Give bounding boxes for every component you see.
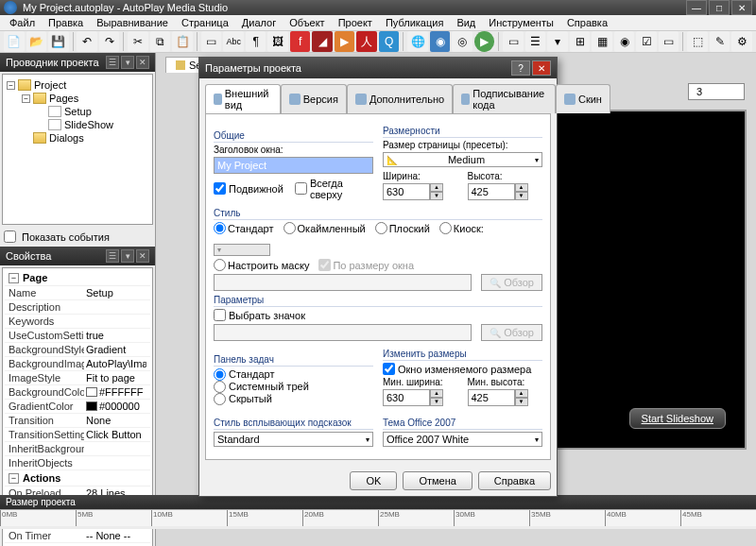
prop-row[interactable]: GradientColor#000000 — [5, 400, 150, 414]
project-tree[interactable]: −Project −Pages Setup SlideShow Dialogs — [2, 74, 153, 225]
prop-row[interactable]: Description — [5, 300, 150, 315]
paragraph-icon[interactable]: ¶ — [246, 31, 266, 52]
paste-icon[interactable]: 📋 — [172, 31, 193, 52]
menu-edit[interactable]: Правка — [43, 15, 89, 30]
minimize-button[interactable]: — — [686, 0, 707, 15]
hotspot-icon[interactable]: ◎ — [452, 31, 472, 52]
edit-icon[interactable]: ✎ — [710, 31, 730, 52]
tree-icon[interactable]: ⊞ — [570, 31, 591, 52]
taskbar-hidden-radio[interactable]: Скрытый — [214, 393, 373, 405]
tooltip-style-select[interactable]: Standard — [214, 432, 373, 447]
props-pin-icon[interactable]: ▾ — [121, 249, 134, 263]
prop-row[interactable]: TransitionNone — [5, 414, 150, 428]
tab-appearance[interactable]: Внешний вид — [205, 84, 281, 113]
close-button[interactable]: ✕ — [731, 0, 752, 15]
video-icon[interactable]: ▶ — [335, 31, 355, 52]
progress-icon[interactable]: ▭ — [659, 31, 679, 52]
properties-icon[interactable]: ⚙ — [731, 31, 752, 52]
tree-page-setup[interactable]: Setup — [7, 105, 148, 118]
menu-file[interactable]: Файл — [4, 15, 41, 30]
quicktime-icon[interactable]: Q — [379, 31, 400, 52]
taskbar-tray-radio[interactable]: Системный трей — [214, 381, 373, 393]
dialog-help-icon[interactable]: ? — [511, 60, 530, 76]
open-icon[interactable]: 📂 — [26, 31, 47, 52]
dialog-titlebar[interactable]: Параметры проекта ? ✕ — [199, 58, 557, 78]
pdf-icon[interactable]: 人 — [356, 31, 377, 52]
tab-codesigning[interactable]: Подписывание кода — [453, 84, 556, 113]
tree-page-slideshow[interactable]: SlideShow — [7, 118, 148, 131]
theme-select[interactable]: Office 2007 White — [383, 432, 542, 447]
menu-project[interactable]: Проект — [333, 15, 378, 30]
dialog-close-icon[interactable]: ✕ — [532, 60, 551, 76]
style-mask-radio[interactable]: Настроить маску — [214, 259, 309, 271]
panel-menu-icon[interactable]: ☰ — [106, 56, 119, 69]
style-flat-radio[interactable]: Плоский — [375, 222, 430, 234]
panel-pin-icon[interactable]: ▾ — [121, 56, 134, 69]
choose-icon-checkbox[interactable]: Выбрать значок — [214, 309, 542, 321]
select-icon[interactable]: ⬚ — [687, 31, 708, 52]
start-slideshow-button[interactable]: Start Slideshow — [629, 408, 726, 429]
input-icon[interactable]: ▭ — [503, 31, 524, 52]
cut-icon[interactable]: ✂ — [128, 31, 148, 52]
listbox-icon[interactable]: ☰ — [525, 31, 546, 52]
action-row[interactable]: On Timer-- None -- — [5, 529, 150, 543]
checkbox-icon[interactable]: ☑ — [636, 31, 657, 52]
prop-row[interactable]: BackgroundImageAutoPlay\Image — [5, 357, 150, 371]
combobox-icon[interactable]: ▾ — [547, 31, 568, 52]
plugin-icon[interactable]: ◉ — [430, 31, 451, 52]
movable-checkbox[interactable]: Подвижной — [214, 178, 284, 200]
run-icon[interactable]: ▶ — [474, 31, 495, 52]
panel-close-icon[interactable]: ✕ — [136, 56, 149, 69]
menu-publish[interactable]: Публикация — [380, 15, 449, 30]
menu-tools[interactable]: Инструменты — [483, 15, 559, 30]
tab-skin[interactable]: Скин — [556, 84, 610, 113]
menu-dialog[interactable]: Диалог — [236, 15, 282, 30]
props-menu-icon[interactable]: ☰ — [106, 249, 119, 263]
prop-row[interactable]: InheritBackgroun — [5, 442, 150, 456]
minwidth-stepper[interactable]: ▲▼ — [383, 389, 458, 406]
menu-help[interactable]: Справка — [561, 15, 613, 30]
save-icon[interactable]: 💾 — [48, 31, 69, 52]
prop-row[interactable]: BackgroundStyleGradient — [5, 343, 150, 357]
resizable-checkbox[interactable]: Окно изменяемого размера — [383, 363, 542, 375]
style-standard-radio[interactable]: Стандарт — [214, 222, 274, 234]
tree-root[interactable]: −Project — [7, 78, 148, 92]
swf-icon[interactable]: ◢ — [312, 31, 333, 52]
prop-row[interactable]: UseCustomSettintrue — [5, 329, 150, 343]
width-stepper[interactable]: ▲▼ — [383, 183, 458, 200]
prop-row[interactable]: NameSetup — [5, 286, 150, 300]
copy-icon[interactable]: ⧉ — [150, 31, 171, 52]
height-stepper[interactable]: ▲▼ — [468, 183, 543, 200]
undo-icon[interactable]: ↶ — [77, 31, 97, 52]
radio-icon[interactable]: ◉ — [614, 31, 635, 52]
tab-version[interactable]: Версия — [281, 84, 347, 113]
image-icon[interactable]: 🖼 — [267, 31, 288, 52]
props-close-icon[interactable]: ✕ — [136, 249, 149, 263]
prop-row[interactable]: Keywords — [5, 315, 150, 329]
menu-view[interactable]: Вид — [451, 15, 481, 30]
prop-row[interactable]: BackgroundColor#FFFFFF — [5, 385, 150, 400]
input-value-3[interactable]: 3 — [688, 83, 745, 100]
button-icon[interactable]: ▭ — [201, 31, 222, 52]
ok-button[interactable]: OK — [350, 471, 397, 490]
flash-icon[interactable]: f — [290, 31, 311, 52]
menu-align[interactable]: Выравнивание — [91, 15, 174, 30]
menu-object[interactable]: Объект — [284, 15, 330, 30]
menu-page[interactable]: Страница — [176, 15, 234, 30]
label-icon[interactable]: Abc — [223, 31, 244, 52]
taskbar-standard-radio[interactable]: Стандарт — [214, 368, 373, 381]
prop-row[interactable]: ImageStyleFit to page — [5, 371, 150, 385]
prop-row[interactable]: TransitionSettingClick Button — [5, 428, 150, 442]
tree-pages[interactable]: −Pages — [7, 92, 148, 105]
new-icon[interactable]: 📄 — [4, 31, 25, 52]
preset-select[interactable]: 📐 Medium — [383, 152, 542, 167]
window-title-input[interactable] — [214, 157, 373, 174]
maximize-button[interactable]: □ — [709, 0, 730, 15]
tab-advanced[interactable]: Дополнительно — [347, 84, 453, 113]
always-top-checkbox[interactable]: Всегда сверху — [295, 178, 373, 200]
minheight-stepper[interactable]: ▲▼ — [468, 389, 543, 406]
redo-icon[interactable]: ↷ — [99, 31, 120, 52]
style-kiosk-radio[interactable]: Киоск: — [439, 222, 484, 234]
prop-row[interactable]: InheritObjects — [5, 456, 150, 470]
grid-icon[interactable]: ▦ — [592, 31, 612, 52]
